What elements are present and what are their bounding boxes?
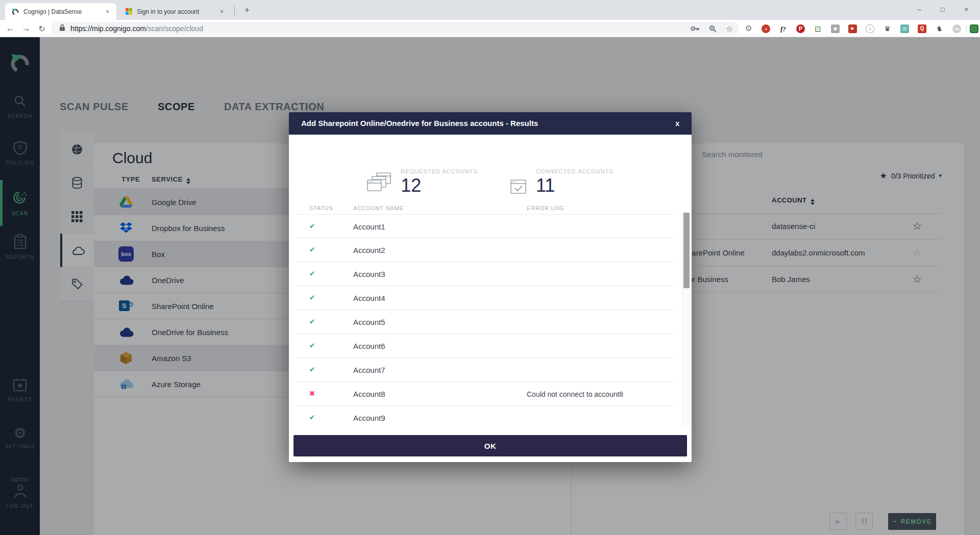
add-accounts-results-dialog: Add Sharepoint Online/Onedrive for Busin… [289,112,692,462]
dialog-title: Add Sharepoint Online/Onedrive for Busin… [301,112,538,135]
status-icon: ✔ [309,246,315,253]
dark-extension-icon[interactable]: ♞ [935,24,944,33]
tab-separator [234,6,235,15]
account-name: Account6 [353,342,385,350]
status-icon: ✔ [309,342,315,349]
browser-chrome: Cognigo | DataSense × Sign in to your ac… [0,0,980,37]
window-maximize-button[interactable]: □ [937,6,948,13]
result-row: ✔ Account9 [296,406,675,426]
browser-tab-signin[interactable]: Sign in to your account × [118,3,231,20]
status-icon: ✔ [309,318,315,325]
status-icon: ✔ [309,270,315,277]
account-name: Account9 [353,414,385,422]
column-header-status: STATUS [309,205,333,211]
password-key-icon[interactable] [691,26,700,32]
url-text: https://mip.cognigo.com/scan/scope/cloud [70,24,681,33]
status-icon: ✔ [309,294,315,301]
dialog-scrollbar[interactable] [682,212,690,426]
url-path: /scan/scope/cloud [146,24,203,33]
result-row: ✔ Account5 [296,310,675,334]
status-icon: ✖ [309,390,315,397]
url-origin: https://mip.cognigo.com [70,24,146,33]
result-row: ✔ Account2 [296,238,675,262]
stat-label: REQUESTED ACCOUNTS [401,168,478,174]
window-controls: – □ × [914,0,980,18]
screenshot-extension-icon[interactable]: ⊡ [814,24,822,33]
account-name: Account2 [353,246,385,254]
font-finder-extension-icon[interactable]: f? [779,24,788,33]
browser-menu-icon[interactable]: ⋮ [969,21,978,36]
lock-icon [59,24,65,33]
reload-button[interactable]: ↻ [35,21,49,36]
browser-tab-cognigo[interactable]: Cognigo | DataSense × [5,3,116,20]
result-row: ✔ Account1 [296,214,675,238]
downloader-extension-icon[interactable]: ↓ [866,24,874,33]
new-tab-button[interactable]: + [240,3,254,17]
account-name: Account1 [353,222,385,231]
window-minimize-button[interactable]: – [914,6,925,13]
dialog-header: Add Sharepoint Online/Onedrive for Busin… [289,112,692,135]
checked-window-icon [510,180,527,195]
extensions-bar: ⚙ ● f? P ⊡ ◉ ▶ ↓ ♛ ◎ Q ♞ Up [744,22,978,35]
results-table: ✔ Account1 ✔ Account2 ✔ Account3 ✔ Accou… [289,214,682,426]
status-icon: ✔ [309,414,315,421]
close-icon[interactable]: x [673,112,681,135]
tab-title: Sign in to your account [137,8,218,15]
result-row: ✔ Account7 [296,358,675,382]
column-header-account-name: ACCOUNT NAME [353,205,404,211]
result-row: ✔ Account3 [296,262,675,286]
result-row: ✖ Account8 Could not connect to account8 [296,382,675,406]
zoom-icon[interactable] [709,25,717,33]
tab-close-icon[interactable]: × [104,7,111,16]
column-header-error-log: ERROR LOG [527,205,564,211]
ok-button[interactable]: OK [293,435,687,456]
screen: Cognigo | DataSense × Sign in to your ac… [0,0,980,535]
tab-title: Cognigo | DataSense [23,8,104,15]
microsoft-favicon-icon [125,8,133,16]
account-name: Account3 [353,270,385,278]
cognigo-favicon-icon [11,8,19,16]
stacked-windows-icon [367,172,391,195]
forward-button[interactable]: → [19,21,33,36]
toolbar-separator [966,24,967,33]
video-speed-extension-icon[interactable]: ▶ [848,24,857,33]
gear-extension-icon[interactable]: ⚙ [744,24,753,33]
result-row: ✔ Account6 [296,334,675,358]
result-row: ✔ Account4 [296,286,675,310]
account-name: Account8 [353,390,385,398]
status-icon: ✔ [309,366,315,373]
error-log: Could not connect to account8 [527,390,623,398]
window-close-button[interactable]: × [961,6,972,13]
adblock-extension-icon[interactable]: ● [762,24,770,33]
bookmark-star-icon[interactable]: ☆ [726,24,733,34]
q-extension-icon[interactable]: Q [918,24,926,33]
pinterest-extension-icon[interactable]: P [796,24,805,33]
grabber-extension-icon[interactable]: ♛ [883,24,892,33]
tab-strip: Cognigo | DataSense × Sign in to your ac… [0,0,980,20]
back-button[interactable]: ← [3,21,17,36]
dialog-stats: REQUESTED ACCOUNTS 12 CONNECTED ACCOUNTS… [289,145,692,198]
stat-label: CONNECTED ACCOUNTS [536,168,614,174]
stat-value: 12 [401,176,478,195]
browser-toolbar: ← → ↻ https://mip.cognigo.com/scan/scope… [0,20,980,37]
camera-extension-icon[interactable]: ◉ [831,24,840,33]
teal-extension-icon[interactable]: ◎ [900,24,909,33]
account-name: Account5 [353,318,385,326]
stat-value: 11 [536,176,614,195]
address-bar[interactable]: https://mip.cognigo.com/scan/scope/cloud… [51,22,739,35]
account-name: Account4 [353,294,385,302]
up-extension-icon[interactable]: Up [952,24,961,33]
tab-close-icon[interactable]: × [218,7,226,16]
account-name: Account7 [353,366,385,374]
connected-accounts-stat: CONNECTED ACCOUNTS 11 [510,168,614,195]
requested-accounts-stat: REQUESTED ACCOUNTS 12 [367,168,478,195]
status-icon: ✔ [309,222,315,230]
scrollbar-thumb[interactable] [683,213,690,288]
